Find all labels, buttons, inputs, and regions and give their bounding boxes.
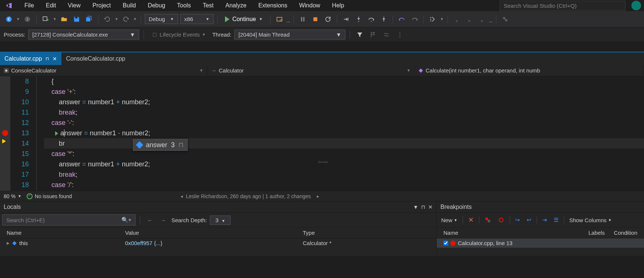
show-columns-button[interactable]: Show Columns▼: [568, 216, 613, 224]
breakpoints-header[interactable]: Breakpoints: [437, 201, 644, 213]
quote1-icon[interactable]: „: [452, 14, 462, 24]
breakpoint-marker[interactable]: [2, 130, 8, 136]
import-icon[interactable]: ↩: [525, 216, 533, 224]
member-dropdown[interactable]: Calculate(int number1, char operand, int…: [415, 66, 644, 75]
step-forward-hist-button[interactable]: [409, 14, 420, 24]
menu-edit[interactable]: Edit: [41, 1, 61, 10]
class-dropdown[interactable]: → Calculator▼: [207, 66, 415, 75]
goto-disasm-icon[interactable]: ☰: [552, 216, 560, 224]
col-labels[interactable]: Labels: [586, 229, 611, 237]
issues-indicator[interactable]: No issues found: [27, 193, 72, 199]
breakpoint-gutter[interactable]: [0, 76, 10, 191]
col-name[interactable]: Name: [440, 229, 586, 237]
tab-consolecalculator-cpp[interactable]: ConsoleCalculator.cpp: [61, 52, 130, 65]
user-badge[interactable]: [631, 1, 641, 10]
col-condition[interactable]: Condition: [611, 229, 640, 237]
config-dropdown[interactable]: Debug▼: [145, 14, 178, 24]
save-all-button[interactable]: [84, 14, 94, 24]
open-file-button[interactable]: [59, 14, 69, 24]
menu-view[interactable]: View: [63, 1, 85, 10]
live-share-button[interactable]: [500, 14, 510, 24]
redo-button[interactable]: [121, 14, 131, 24]
global-search-input[interactable]: Search Visual Studio (Ctrl+Q): [500, 1, 625, 11]
col-name[interactable]: Name: [4, 229, 122, 237]
chevron-down-icon[interactable]: ▼: [133, 17, 137, 21]
search-icon[interactable]: 🔍▾: [121, 217, 131, 223]
close-icon[interactable]: ✕: [53, 56, 57, 62]
menu-extensions[interactable]: Extensions: [253, 1, 292, 10]
goto-source-icon[interactable]: ⇥: [541, 216, 549, 224]
build-browse-button[interactable]: [274, 14, 285, 24]
step-into-button[interactable]: [353, 14, 364, 24]
platform-dropdown[interactable]: x86▼: [180, 14, 214, 24]
pin-icon[interactable]: ⊓: [421, 204, 425, 210]
menu-file[interactable]: File: [19, 1, 39, 10]
show-next-statement-button[interactable]: [341, 14, 351, 24]
run-to-click-icon[interactable]: [55, 131, 58, 136]
tab-calculator-cpp[interactable]: Calculator.cpp ⊓ ✕: [0, 52, 61, 65]
breakpoint-checkbox[interactable]: [443, 241, 448, 245]
menu-window[interactable]: Window: [294, 1, 325, 10]
chevron-down-icon[interactable]: ▼: [16, 17, 20, 21]
expand-icon[interactable]: ▶: [7, 241, 10, 245]
locals-search-input[interactable]: Search (Ctrl+E) 🔍▾: [2, 214, 135, 226]
menu-build[interactable]: Build: [118, 1, 141, 10]
nav-forward-icon[interactable]: →: [158, 215, 168, 225]
thread-dropdown[interactable]: [20404] Main Thread▼: [234, 30, 345, 40]
pin-icon[interactable]: ⊓: [46, 56, 49, 61]
nav-back-button[interactable]: [4, 14, 14, 24]
save-button[interactable]: [71, 14, 82, 24]
nav-back-icon[interactable]: ←: [145, 215, 155, 225]
zoom-dropdown[interactable]: 80 %▼: [4, 193, 21, 199]
process-dropdown[interactable]: [27128] ConsoleCalculator.exe▼: [28, 30, 139, 40]
window-position-icon[interactable]: ▼: [413, 204, 418, 210]
enable-all-icon[interactable]: [483, 216, 493, 224]
vs-logo: [3, 1, 15, 10]
quote3-icon[interactable]: „: [477, 14, 487, 24]
search-depth-dropdown[interactable]: 3 ▼: [210, 216, 231, 225]
close-icon[interactable]: ✕: [428, 204, 433, 210]
lifecycle-dropdown[interactable]: Lifecycle Events▼: [148, 30, 209, 40]
codelens-info[interactable]: ◂ Leslie Richardson, 260 days ago | 1 au…: [181, 193, 319, 199]
continue-button[interactable]: Continue ▼: [221, 14, 266, 24]
step-over-button[interactable]: [366, 14, 376, 24]
new-project-button[interactable]: [40, 14, 51, 24]
col-type[interactable]: Type: [300, 229, 318, 237]
filter-icon[interactable]: [355, 30, 365, 40]
chevron-down-icon[interactable]: ▼: [259, 17, 263, 21]
locals-row[interactable]: ▶this 0x00eff957 {...} Calculator *: [0, 238, 436, 248]
threads-icon[interactable]: [381, 30, 392, 40]
chevron-down-icon[interactable]: ▼: [440, 17, 444, 21]
col-value[interactable]: Value: [122, 229, 300, 237]
menu-analyze[interactable]: Analyze: [220, 1, 252, 10]
flag-icon[interactable]: [368, 30, 378, 40]
scope-dropdown[interactable]: ConsoleCalculator▼: [0, 66, 207, 75]
chevron-down-icon[interactable]: ▼: [53, 17, 57, 21]
intellitrace-button[interactable]: [427, 14, 438, 24]
datatip[interactable]: answer 3 ⊓: [133, 139, 188, 151]
stop-button[interactable]: [310, 14, 321, 24]
disable-all-icon[interactable]: [496, 216, 506, 224]
undo-button[interactable]: [102, 14, 113, 24]
new-breakpoint-button[interactable]: New▼: [440, 216, 459, 224]
locals-header[interactable]: Locals ▼ ⊓ ✕: [0, 201, 436, 213]
menu-debug[interactable]: Debug: [142, 1, 170, 10]
menu-tools[interactable]: Tools: [172, 1, 196, 10]
restart-button[interactable]: [323, 14, 333, 24]
pause-button[interactable]: [298, 14, 308, 24]
code-editor[interactable]: 89101112131415161718 { case '+': answer …: [0, 76, 644, 191]
menu-test[interactable]: Test: [198, 1, 219, 10]
breakpoint-row[interactable]: Calculator.cpp, line 13: [437, 238, 644, 248]
menu-project[interactable]: Project: [87, 1, 116, 10]
step-out-button[interactable]: [379, 14, 389, 24]
code-content[interactable]: { case '+': answer = number1 + number2; …: [36, 76, 644, 191]
overflow-icon[interactable]: ⋮: [395, 30, 405, 40]
export-icon[interactable]: ↪: [514, 216, 521, 224]
step-back-button[interactable]: [397, 14, 407, 24]
nav-forward-button[interactable]: [22, 14, 33, 24]
chevron-down-icon[interactable]: ▼: [115, 17, 118, 21]
quote2-icon[interactable]: „: [464, 14, 474, 24]
delete-breakpoint-icon[interactable]: ✕: [467, 215, 475, 225]
pin-icon[interactable]: ⊓: [178, 141, 184, 149]
menu-help[interactable]: Help: [327, 1, 349, 10]
